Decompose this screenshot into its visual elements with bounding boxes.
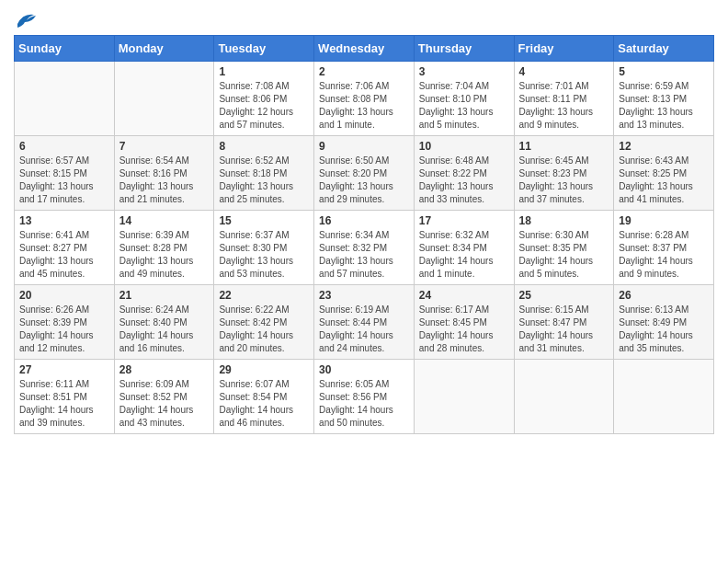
day-number: 24	[419, 289, 509, 302]
day-number: 1	[219, 65, 309, 78]
day-info: Sunrise: 6:11 AM Sunset: 8:51 PM Dayligh…	[19, 378, 109, 430]
day-number: 21	[119, 289, 210, 302]
day-info: Sunrise: 6:07 AM Sunset: 8:54 PM Dayligh…	[219, 378, 309, 430]
calendar-week-3: 13Sunrise: 6:41 AM Sunset: 8:27 PM Dayli…	[15, 211, 714, 285]
calendar-cell: 3Sunrise: 7:04 AM Sunset: 8:10 PM Daylig…	[414, 62, 514, 136]
calendar-cell: 22Sunrise: 6:22 AM Sunset: 8:42 PM Dayli…	[214, 285, 314, 360]
day-number: 16	[319, 214, 409, 227]
day-info: Sunrise: 6:05 AM Sunset: 8:56 PM Dayligh…	[319, 378, 409, 430]
calendar-week-1: 1Sunrise: 7:08 AM Sunset: 8:06 PM Daylig…	[15, 62, 714, 136]
day-info: Sunrise: 6:09 AM Sunset: 8:52 PM Dayligh…	[119, 378, 210, 430]
day-number: 20	[19, 289, 109, 302]
calendar-cell: 8Sunrise: 6:52 AM Sunset: 8:18 PM Daylig…	[214, 136, 314, 211]
day-number: 9	[319, 140, 409, 153]
day-info: Sunrise: 6:28 AM Sunset: 8:37 PM Dayligh…	[619, 229, 709, 281]
day-number: 17	[419, 214, 509, 227]
calendar-header-row: Sunday Monday Tuesday Wednesday Thursday…	[15, 36, 714, 62]
day-number: 8	[219, 140, 309, 153]
day-info: Sunrise: 6:15 AM Sunset: 8:47 PM Dayligh…	[519, 304, 609, 355]
day-number: 28	[119, 363, 210, 376]
day-number: 4	[519, 65, 609, 78]
day-number: 2	[319, 65, 409, 78]
calendar-cell: 11Sunrise: 6:45 AM Sunset: 8:23 PM Dayli…	[514, 136, 614, 211]
calendar-cell	[614, 360, 714, 434]
calendar-cell: 12Sunrise: 6:43 AM Sunset: 8:25 PM Dayli…	[614, 136, 714, 211]
col-monday: Monday	[114, 36, 214, 62]
day-info: Sunrise: 6:26 AM Sunset: 8:39 PM Dayligh…	[19, 304, 109, 355]
day-info: Sunrise: 6:13 AM Sunset: 8:49 PM Dayligh…	[619, 304, 709, 355]
day-number: 11	[519, 140, 609, 153]
logo-bird-icon	[16, 11, 36, 28]
day-info: Sunrise: 6:48 AM Sunset: 8:22 PM Dayligh…	[419, 155, 509, 206]
calendar-cell: 30Sunrise: 6:05 AM Sunset: 8:56 PM Dayli…	[314, 360, 415, 434]
day-info: Sunrise: 6:54 AM Sunset: 8:16 PM Dayligh…	[119, 155, 210, 206]
calendar-cell: 16Sunrise: 6:34 AM Sunset: 8:32 PM Dayli…	[314, 211, 415, 285]
calendar-cell: 5Sunrise: 6:59 AM Sunset: 8:13 PM Daylig…	[614, 62, 714, 136]
calendar-cell	[414, 360, 514, 434]
calendar-week-4: 20Sunrise: 6:26 AM Sunset: 8:39 PM Dayli…	[15, 285, 714, 360]
day-number: 5	[619, 65, 709, 78]
calendar-cell: 9Sunrise: 6:50 AM Sunset: 8:20 PM Daylig…	[314, 136, 415, 211]
day-info: Sunrise: 6:30 AM Sunset: 8:35 PM Dayligh…	[519, 229, 609, 281]
day-info: Sunrise: 6:22 AM Sunset: 8:42 PM Dayligh…	[219, 304, 309, 355]
calendar-cell: 25Sunrise: 6:15 AM Sunset: 8:47 PM Dayli…	[514, 285, 614, 360]
day-info: Sunrise: 6:57 AM Sunset: 8:15 PM Dayligh…	[19, 155, 109, 206]
calendar-cell: 14Sunrise: 6:39 AM Sunset: 8:28 PM Dayli…	[114, 211, 214, 285]
day-number: 7	[119, 140, 210, 153]
day-number: 18	[519, 214, 609, 227]
calendar-cell: 21Sunrise: 6:24 AM Sunset: 8:40 PM Dayli…	[114, 285, 214, 360]
day-info: Sunrise: 7:06 AM Sunset: 8:08 PM Dayligh…	[319, 80, 409, 132]
day-number: 12	[619, 140, 709, 153]
calendar-cell: 20Sunrise: 6:26 AM Sunset: 8:39 PM Dayli…	[15, 285, 115, 360]
day-info: Sunrise: 6:59 AM Sunset: 8:13 PM Dayligh…	[619, 80, 709, 132]
page-header	[14, 9, 714, 28]
calendar-cell: 27Sunrise: 6:11 AM Sunset: 8:51 PM Dayli…	[15, 360, 115, 434]
calendar-table: Sunday Monday Tuesday Wednesday Thursday…	[14, 35, 714, 434]
day-info: Sunrise: 6:41 AM Sunset: 8:27 PM Dayligh…	[19, 229, 109, 281]
day-number: 13	[19, 214, 109, 227]
calendar-cell: 24Sunrise: 6:17 AM Sunset: 8:45 PM Dayli…	[414, 285, 514, 360]
day-number: 30	[319, 363, 409, 376]
col-friday: Friday	[514, 36, 614, 62]
calendar-cell: 19Sunrise: 6:28 AM Sunset: 8:37 PM Dayli…	[614, 211, 714, 285]
col-wednesday: Wednesday	[314, 36, 415, 62]
calendar-cell: 2Sunrise: 7:06 AM Sunset: 8:08 PM Daylig…	[314, 62, 415, 136]
day-info: Sunrise: 6:50 AM Sunset: 8:20 PM Dayligh…	[319, 155, 409, 206]
day-info: Sunrise: 6:17 AM Sunset: 8:45 PM Dayligh…	[419, 304, 509, 355]
day-info: Sunrise: 6:19 AM Sunset: 8:44 PM Dayligh…	[319, 304, 409, 355]
day-number: 15	[219, 214, 309, 227]
day-info: Sunrise: 6:39 AM Sunset: 8:28 PM Dayligh…	[119, 229, 210, 281]
day-info: Sunrise: 6:24 AM Sunset: 8:40 PM Dayligh…	[119, 304, 210, 355]
calendar-cell: 7Sunrise: 6:54 AM Sunset: 8:16 PM Daylig…	[114, 136, 214, 211]
calendar-cell	[514, 360, 614, 434]
calendar-cell: 18Sunrise: 6:30 AM Sunset: 8:35 PM Dayli…	[514, 211, 614, 285]
col-thursday: Thursday	[414, 36, 514, 62]
day-info: Sunrise: 6:52 AM Sunset: 8:18 PM Dayligh…	[219, 155, 309, 206]
day-number: 26	[619, 289, 709, 302]
calendar-cell: 23Sunrise: 6:19 AM Sunset: 8:44 PM Dayli…	[314, 285, 415, 360]
col-sunday: Sunday	[15, 36, 115, 62]
day-number: 22	[219, 289, 309, 302]
calendar-cell: 10Sunrise: 6:48 AM Sunset: 8:22 PM Dayli…	[414, 136, 514, 211]
logo	[14, 9, 36, 28]
calendar-cell: 4Sunrise: 7:01 AM Sunset: 8:11 PM Daylig…	[514, 62, 614, 136]
calendar-week-5: 27Sunrise: 6:11 AM Sunset: 8:51 PM Dayli…	[15, 360, 714, 434]
calendar-cell: 29Sunrise: 6:07 AM Sunset: 8:54 PM Dayli…	[214, 360, 314, 434]
col-saturday: Saturday	[614, 36, 714, 62]
calendar-cell	[15, 62, 115, 136]
day-info: Sunrise: 7:08 AM Sunset: 8:06 PM Dayligh…	[219, 80, 309, 132]
calendar-cell: 1Sunrise: 7:08 AM Sunset: 8:06 PM Daylig…	[214, 62, 314, 136]
day-info: Sunrise: 6:37 AM Sunset: 8:30 PM Dayligh…	[219, 229, 309, 281]
day-info: Sunrise: 7:01 AM Sunset: 8:11 PM Dayligh…	[519, 80, 609, 132]
day-info: Sunrise: 7:04 AM Sunset: 8:10 PM Dayligh…	[419, 80, 509, 132]
calendar-cell: 15Sunrise: 6:37 AM Sunset: 8:30 PM Dayli…	[214, 211, 314, 285]
day-info: Sunrise: 6:45 AM Sunset: 8:23 PM Dayligh…	[519, 155, 609, 206]
calendar-cell: 6Sunrise: 6:57 AM Sunset: 8:15 PM Daylig…	[15, 136, 115, 211]
day-number: 23	[319, 289, 409, 302]
day-number: 19	[619, 214, 709, 227]
day-number: 14	[119, 214, 210, 227]
calendar-week-2: 6Sunrise: 6:57 AM Sunset: 8:15 PM Daylig…	[15, 136, 714, 211]
calendar-cell	[114, 62, 214, 136]
day-number: 10	[419, 140, 509, 153]
calendar-cell: 17Sunrise: 6:32 AM Sunset: 8:34 PM Dayli…	[414, 211, 514, 285]
